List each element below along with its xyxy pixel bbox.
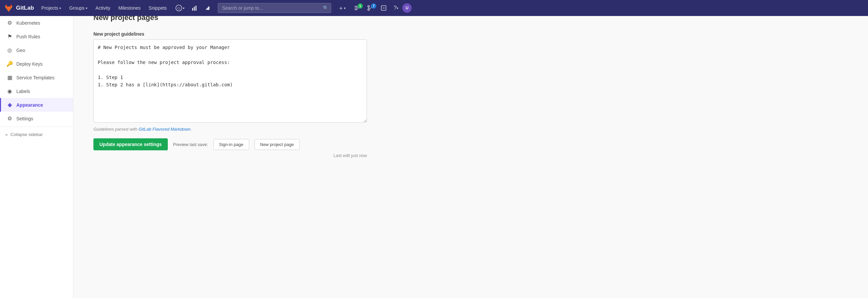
search-icon: 🔍: [323, 5, 329, 11]
sidebar-item-deploy-keys-label: Deploy Keys: [17, 61, 43, 67]
new-project-page-button[interactable]: New project page: [254, 139, 300, 150]
mr-badge: 7: [371, 3, 376, 9]
last-edit-text: Last edit just now: [93, 153, 367, 158]
svg-rect-7: [354, 9, 358, 10]
service-templates-icon: ▦: [6, 74, 13, 81]
svg-point-8: [368, 6, 370, 7]
topnav-wrench-icon[interactable]: [202, 3, 214, 13]
sidebar-item-settings-label: Settings: [17, 116, 33, 121]
todo-badge: 5: [358, 3, 363, 9]
labels-icon: ◉: [6, 88, 13, 94]
svg-rect-2: [192, 8, 193, 11]
sidebar-item-service-templates-label: Service Templates: [17, 75, 54, 80]
topnav-snippets[interactable]: Snippets: [146, 4, 170, 12]
topnav-add-btn[interactable]: ＋ ▾: [335, 3, 348, 13]
topnav-issues-btn[interactable]: [378, 3, 390, 13]
topnav-milestones[interactable]: Milestones: [115, 4, 144, 12]
sidebar-divider: [0, 127, 73, 127]
main-content: New project pages New project guidelines…: [73, 0, 868, 171]
sidebar-item-kubernetes-label: Kubernetes: [17, 20, 40, 26]
topnav-projects[interactable]: Projects ▾: [38, 4, 65, 12]
sidebar: ⚙ Kubernetes ⚑ Push Rules ◎ Geo 🔑 Deploy…: [0, 16, 73, 171]
sidebar-item-appearance-label: Appearance: [17, 102, 43, 108]
guidelines-label: New project guidelines: [93, 31, 367, 37]
gitlab-logo-icon: [4, 3, 13, 13]
appearance-icon: ◈: [6, 102, 13, 108]
topnav-stats-icon[interactable]: [188, 3, 200, 13]
sidebar-collapse-label: Collapse sidebar: [10, 132, 43, 137]
signin-page-button[interactable]: Sign-in page: [214, 139, 249, 150]
ci-caret-icon: ▾: [183, 6, 184, 10]
svg-point-10: [368, 9, 370, 11]
groups-caret-icon: ▾: [86, 6, 87, 10]
topnav-groups[interactable]: Groups ▾: [66, 4, 91, 12]
search-input[interactable]: [218, 3, 331, 13]
topnav-todo-btn[interactable]: 5: [351, 3, 363, 13]
form-actions: Update appearance settings Preview last …: [93, 138, 367, 150]
topnav-logo-text: GitLab: [16, 5, 34, 11]
topnav-ci-icon[interactable]: CI ▾: [173, 3, 187, 13]
add-caret-icon: ▾: [344, 6, 346, 10]
guidelines-section: New project guidelines Guidelines parsed…: [93, 31, 367, 158]
help-caret-icon: ▾: [397, 6, 398, 10]
sidebar-item-labels-label: Labels: [17, 89, 30, 94]
topnav-activity[interactable]: Activity: [92, 4, 114, 12]
sidebar-item-deploy-keys[interactable]: 🔑 Deploy Keys: [0, 57, 73, 71]
topnav-logo[interactable]: GitLab: [4, 3, 34, 13]
preview-label: Preview last save:: [173, 142, 208, 147]
deploy-keys-icon: 🔑: [6, 61, 13, 67]
sidebar-collapse-btn[interactable]: « Collapse sidebar: [0, 128, 73, 141]
svg-rect-4: [195, 6, 196, 11]
kubernetes-icon: ⚙: [6, 20, 13, 26]
settings-icon: ⚙: [6, 115, 13, 122]
svg-text:CI: CI: [178, 7, 181, 10]
update-appearance-button[interactable]: Update appearance settings: [93, 138, 168, 150]
sidebar-item-service-templates[interactable]: ▦ Service Templates: [0, 71, 73, 84]
topnav: GitLab Projects ▾ Groups ▾ Activity Mile…: [0, 0, 868, 16]
sidebar-item-labels[interactable]: ◉ Labels: [0, 84, 73, 98]
sidebar-item-geo-label: Geo: [17, 48, 25, 53]
sidebar-item-push-rules[interactable]: ⚑ Push Rules: [0, 30, 73, 43]
collapse-icon: «: [5, 132, 8, 137]
push-rules-icon: ⚑: [6, 33, 13, 40]
form-hint: Guidelines parsed with GitLab Flavored M…: [93, 127, 367, 132]
topnav-help-btn[interactable]: ? ▾: [391, 4, 401, 12]
sidebar-item-appearance[interactable]: ◈ Appearance: [0, 98, 73, 112]
guidelines-textarea[interactable]: [93, 39, 367, 123]
sidebar-item-settings[interactable]: ⚙ Settings: [0, 112, 73, 125]
projects-caret-icon: ▾: [59, 6, 61, 10]
gfm-link[interactable]: GitLab Flavored Markdown: [138, 127, 190, 132]
topnav-search: 🔍: [218, 3, 331, 13]
sidebar-item-geo[interactable]: ◎ Geo: [0, 43, 73, 57]
topnav-avatar[interactable]: U: [402, 3, 412, 13]
topnav-mr-btn[interactable]: 7: [364, 3, 376, 13]
svg-rect-3: [194, 7, 195, 11]
sidebar-item-push-rules-label: Push Rules: [17, 34, 40, 39]
sidebar-item-kubernetes[interactable]: ⚙ Kubernetes: [0, 16, 73, 30]
geo-icon: ◎: [6, 47, 13, 53]
